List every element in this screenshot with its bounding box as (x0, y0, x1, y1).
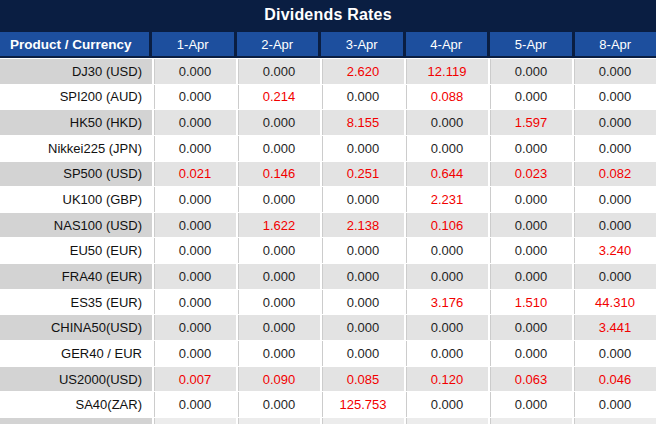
value-cell: 0.000 (488, 238, 572, 263)
value-cell: 0.000 (404, 136, 488, 161)
value-cell: 0.000 (236, 238, 320, 263)
partial-value-cell (572, 418, 656, 424)
product-cell: US2000(USD) (0, 367, 152, 392)
value-cell: 0.000 (404, 392, 488, 417)
product-cell: UK100 (GBP) (0, 187, 152, 212)
title-bar: Dividends Rates (0, 0, 656, 30)
value-cell: 1.622 (236, 213, 320, 238)
value-cell: 0.007 (152, 367, 236, 392)
value-cell: 0.000 (488, 85, 572, 110)
product-cell: SP500 (USD) (0, 162, 152, 187)
column-header-8-apr: 8-Apr (575, 32, 656, 56)
value-cell: 3.240 (572, 238, 656, 263)
value-cell: 0.000 (236, 110, 320, 135)
table-row: EU50 (EUR)0.0000.0000.0000.0000.0003.240 (0, 237, 656, 263)
value-cell: 0.000 (236, 341, 320, 366)
table-row: SPI200 (AUD)0.0000.2140.0000.0880.0000.0… (0, 84, 656, 110)
table-body: DJ30 (USD)0.0000.0002.62012.1190.0000.00… (0, 58, 656, 417)
value-cell: 0.085 (320, 367, 404, 392)
value-cell: 0.000 (488, 187, 572, 212)
value-cell: 0.000 (488, 341, 572, 366)
product-cell: GER40 / EUR (0, 341, 152, 366)
value-cell: 0.000 (572, 59, 656, 84)
value-cell: 0.000 (320, 187, 404, 212)
dividends-rates-panel: Dividends Rates Product / Currency 1-Apr… (0, 0, 656, 424)
value-cell: 44.310 (572, 290, 656, 315)
value-cell: 125.753 (320, 392, 404, 417)
partial-value-cell (320, 418, 404, 424)
product-cell: Nikkei225 (JPN) (0, 136, 152, 161)
partial-product-cell (0, 418, 152, 424)
value-cell: 0.000 (572, 110, 656, 135)
value-cell: 0.000 (152, 59, 236, 84)
value-cell: 0.000 (404, 315, 488, 340)
value-cell: 0.000 (404, 238, 488, 263)
value-cell: 0.000 (320, 341, 404, 366)
value-cell: 1.597 (488, 110, 572, 135)
value-cell: 0.000 (320, 136, 404, 161)
value-cell: 2.231 (404, 187, 488, 212)
value-cell: 0.000 (236, 392, 320, 417)
value-cell: 0.000 (236, 315, 320, 340)
partial-value-cell (404, 418, 488, 424)
value-cell: 12.119 (404, 59, 488, 84)
value-cell: 0.021 (152, 162, 236, 187)
value-cell: 0.000 (320, 290, 404, 315)
table-row: UK100 (GBP)0.0000.0000.0002.2310.0000.00… (0, 186, 656, 212)
value-cell: 0.000 (236, 187, 320, 212)
value-cell: 0.088 (404, 85, 488, 110)
value-cell: 0.000 (488, 315, 572, 340)
value-cell: 0.000 (152, 85, 236, 110)
column-header-4-apr: 4-Apr (406, 32, 488, 56)
value-cell: 0.000 (572, 264, 656, 289)
value-cell: 0.251 (320, 162, 404, 187)
table-row: NAS100 (USD)0.0001.6222.1380.1060.0000.0… (0, 212, 656, 238)
value-cell: 0.000 (236, 59, 320, 84)
value-cell: 0.000 (572, 187, 656, 212)
value-cell: 0.000 (152, 238, 236, 263)
table-row: CHINA50(USD)0.0000.0000.0000.0000.0003.4… (0, 314, 656, 340)
value-cell: 0.000 (572, 85, 656, 110)
value-cell: 0.000 (152, 110, 236, 135)
value-cell: 0.000 (572, 213, 656, 238)
partial-value-cell (152, 418, 236, 424)
table-row: Nikkei225 (JPN)0.0000.0000.0000.0000.000… (0, 135, 656, 161)
value-cell: 2.620 (320, 59, 404, 84)
partial-value-cell (488, 418, 572, 424)
product-cell: FRA40 (EUR) (0, 264, 152, 289)
value-cell: 0.120 (404, 367, 488, 392)
product-cell: HK50 (HKD) (0, 110, 152, 135)
column-header-3-apr: 3-Apr (321, 32, 403, 56)
value-cell: 0.214 (236, 85, 320, 110)
value-cell: 0.000 (488, 264, 572, 289)
value-cell: 0.023 (488, 162, 572, 187)
product-cell: SPI200 (AUD) (0, 85, 152, 110)
value-cell: 0.082 (572, 162, 656, 187)
column-header-5-apr: 5-Apr (490, 32, 572, 56)
value-cell: 0.000 (320, 85, 404, 110)
table-row: GER40 / EUR0.0000.0000.0000.0000.0000.00… (0, 340, 656, 366)
product-cell: NAS100 (USD) (0, 213, 152, 238)
value-cell: 3.176 (404, 290, 488, 315)
value-cell: 8.155 (320, 110, 404, 135)
value-cell: 0.000 (572, 341, 656, 366)
value-cell: 0.000 (320, 315, 404, 340)
table-row: SA40(ZAR)0.0000.000125.7530.0000.0000.00… (0, 391, 656, 417)
value-cell: 0.000 (236, 264, 320, 289)
value-cell: 0.000 (152, 264, 236, 289)
partial-next-row (0, 417, 656, 424)
value-cell: 0.063 (488, 367, 572, 392)
value-cell: 0.000 (320, 238, 404, 263)
value-cell: 0.000 (152, 290, 236, 315)
product-cell: DJ30 (USD) (0, 59, 152, 84)
value-cell: 0.000 (236, 136, 320, 161)
value-cell: 0.000 (152, 392, 236, 417)
value-cell: 0.000 (152, 213, 236, 238)
partial-value-cell (236, 418, 320, 424)
value-cell: 0.000 (152, 341, 236, 366)
table-row: HK50 (HKD)0.0000.0008.1550.0001.5970.000 (0, 109, 656, 135)
column-header-product-currency: Product / Currency (0, 32, 149, 56)
value-cell: 0.000 (488, 213, 572, 238)
value-cell: 0.000 (488, 59, 572, 84)
product-cell: EU50 (EUR) (0, 238, 152, 263)
